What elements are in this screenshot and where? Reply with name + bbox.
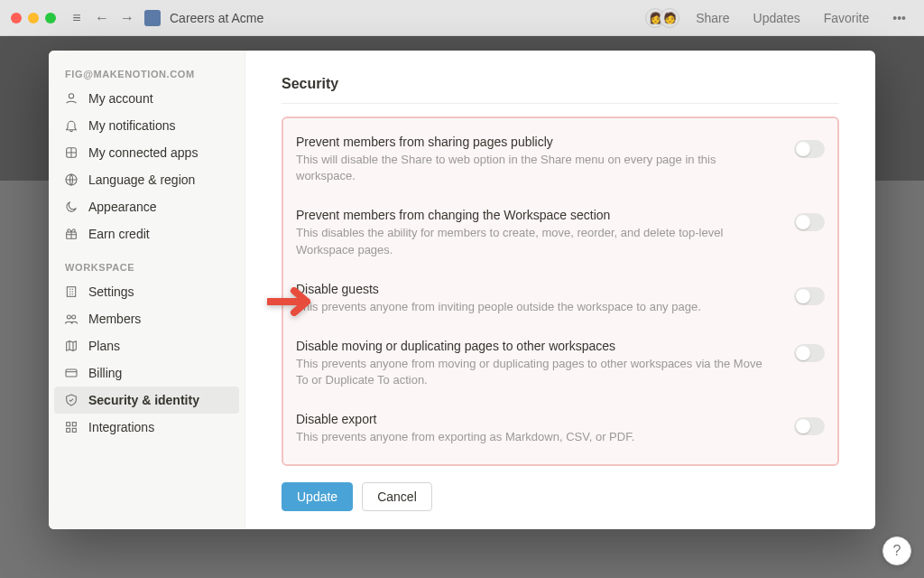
sidebar-item-earn-credit[interactable]: Earn credit (54, 220, 239, 247)
sidebar-item-label: Billing (88, 366, 122, 380)
moon-icon (63, 199, 79, 215)
svg-rect-8 (67, 423, 70, 426)
toggle-prevent-public-share[interactable] (794, 140, 825, 158)
card-icon (63, 365, 79, 381)
sidebar-item-plans[interactable]: Plans (54, 332, 239, 359)
settings-title: Security (282, 76, 839, 104)
avatar[interactable]: 🧑 (660, 8, 679, 28)
integration-icon (63, 419, 79, 435)
account-header: FIG@MAKENOTION.COM (54, 63, 239, 85)
more-icon[interactable]: ••• (885, 11, 913, 25)
toggle-prevent-workspace-change[interactable] (794, 213, 825, 231)
sidebar-item-label: Settings (88, 284, 134, 299)
bell-icon (63, 117, 79, 134)
svg-rect-9 (72, 423, 76, 426)
sidebar-item-label: Earn credit (88, 227, 150, 241)
building-icon (63, 284, 79, 300)
app-grid-icon (63, 144, 79, 161)
setting-desc: This prevents anyone from inviting peopl… (296, 299, 776, 315)
updates-button[interactable]: Updates (746, 11, 808, 25)
cancel-button[interactable]: Cancel (362, 482, 432, 511)
setting-disable-guests: Disable guests This prevents anyone from… (296, 271, 825, 328)
toggle-disable-guests[interactable] (794, 287, 825, 305)
svg-rect-10 (67, 428, 70, 432)
toggle-disable-export[interactable] (794, 417, 825, 435)
setting-desc: This disables the ability for members to… (296, 225, 776, 257)
minimize-window-icon[interactable] (28, 13, 39, 23)
setting-disable-export: Disable export This prevents anyone from… (296, 401, 825, 458)
sidebar-item-billing[interactable]: Billing (54, 359, 239, 387)
svg-rect-7 (66, 369, 77, 377)
topbar: ≡ ← → Careers at Acme 👩 🧑 Share Updates … (0, 0, 924, 36)
sidebar-item-label: Language & region (88, 172, 195, 187)
sidebar-item-label: Security & identity (88, 393, 199, 407)
actions-row: Update Cancel (282, 482, 839, 511)
sidebar-item-label: Members (88, 312, 141, 326)
page-emoji-icon (144, 10, 161, 26)
setting-disable-move-duplicate: Disable moving or duplicating pages to o… (296, 328, 825, 401)
forward-icon[interactable]: → (119, 10, 135, 26)
fullscreen-window-icon[interactable] (45, 13, 56, 23)
sidebar-item-settings[interactable]: Settings (54, 278, 239, 305)
setting-desc: This prevents anyone from moving or dupl… (296, 356, 776, 388)
sidebar-item-appearance[interactable]: Appearance (54, 193, 239, 220)
svg-point-6 (72, 315, 76, 319)
close-window-icon[interactable] (11, 13, 22, 23)
sidebar-item-language[interactable]: Language & region (54, 166, 239, 193)
favorite-button[interactable]: Favorite (817, 11, 877, 25)
user-circle-icon (63, 90, 79, 107)
security-settings-block: Prevent members from sharing pages publi… (282, 117, 839, 466)
sidebar-item-label: Integrations (88, 420, 154, 434)
sidebar-item-my-account[interactable]: My account (54, 85, 239, 112)
svg-rect-11 (72, 428, 76, 432)
sidebar-item-members[interactable]: Members (54, 305, 239, 332)
settings-sidebar: FIG@MAKENOTION.COM My account My notific… (49, 51, 245, 529)
sidebar-item-notifications[interactable]: My notifications (54, 112, 239, 139)
update-button[interactable]: Update (282, 482, 353, 511)
setting-title: Prevent members from sharing pages publi… (296, 135, 776, 149)
svg-point-5 (67, 315, 70, 319)
setting-prevent-workspace-change: Prevent members from changing the Worksp… (296, 197, 825, 270)
callout-arrow-icon (267, 284, 321, 320)
hamburger-icon[interactable]: ≡ (69, 10, 85, 26)
sidebar-item-connected-apps[interactable]: My connected apps (54, 139, 239, 166)
sidebar-item-label: Plans (88, 339, 120, 353)
globe-icon (63, 172, 79, 188)
gift-icon (63, 226, 79, 242)
page-title[interactable]: Careers at Acme (170, 11, 263, 25)
sidebar-item-label: My connected apps (88, 145, 198, 160)
setting-title: Disable export (296, 412, 776, 426)
setting-title: Prevent members from changing the Worksp… (296, 208, 776, 222)
workspace-header: WORKSPACE (54, 256, 239, 278)
sidebar-item-integrations[interactable]: Integrations (54, 414, 239, 441)
sidebar-item-label: Appearance (88, 200, 157, 214)
setting-title: Disable guests (296, 282, 776, 296)
presence-avatars[interactable]: 👩 🧑 (651, 8, 679, 28)
window-traffic-lights[interactable] (11, 13, 56, 23)
sidebar-item-label: My notifications (88, 118, 175, 133)
setting-desc: This prevents anyone from exporting as M… (296, 429, 776, 445)
back-icon[interactable]: ← (94, 10, 110, 26)
svg-point-0 (69, 94, 73, 98)
sidebar-item-security[interactable]: Security & identity (54, 387, 239, 414)
svg-rect-4 (67, 287, 75, 297)
toggle-disable-move-duplicate[interactable] (794, 344, 825, 362)
shield-icon (63, 392, 79, 408)
help-button[interactable]: ? (882, 536, 911, 565)
settings-modal: FIG@MAKENOTION.COM My account My notific… (49, 51, 875, 529)
settings-main: Security Prevent members from sharing pa… (245, 51, 875, 529)
sidebar-item-label: My account (88, 91, 153, 106)
setting-title: Disable moving or duplicating pages to o… (296, 339, 776, 353)
share-button[interactable]: Share (688, 11, 736, 25)
setting-prevent-public-share: Prevent members from sharing pages publi… (296, 124, 825, 197)
setting-desc: This will disable the Share to web optio… (296, 152, 776, 184)
people-icon (63, 311, 79, 327)
map-icon (63, 338, 79, 354)
